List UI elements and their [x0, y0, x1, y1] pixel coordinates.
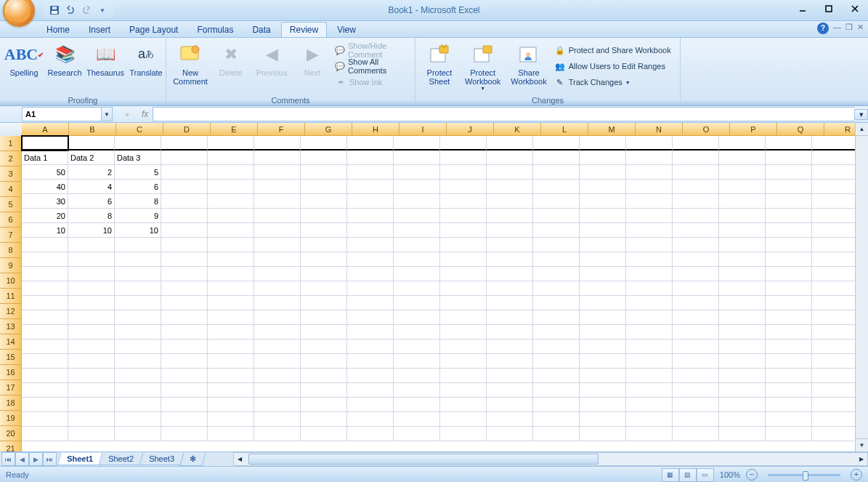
cell-J16[interactable]: [440, 354, 487, 369]
cell-R13[interactable]: [812, 310, 859, 325]
cell-Q16[interactable]: [766, 354, 812, 369]
cell-B15[interactable]: [68, 340, 115, 354]
new-comment-button[interactable]: New Comment: [171, 41, 210, 88]
cell-B4[interactable]: 4: [68, 180, 115, 194]
cell-O12[interactable]: [673, 296, 719, 310]
cell-C4[interactable]: 6: [115, 180, 161, 194]
col-header-P[interactable]: P: [730, 123, 777, 136]
cell-R16[interactable]: [812, 354, 859, 369]
cell-J17[interactable]: [440, 369, 487, 383]
cell-O3[interactable]: [673, 165, 719, 180]
cell-E20[interactable]: [208, 412, 254, 427]
scroll-left-icon[interactable]: ◀: [234, 456, 246, 462]
cell-K14[interactable]: [487, 325, 533, 340]
col-header-Q[interactable]: Q: [777, 123, 824, 136]
cell-E1[interactable]: [208, 136, 254, 150]
cell-A14[interactable]: [22, 325, 68, 340]
cell-M19[interactable]: [580, 398, 626, 412]
cell-R12[interactable]: [812, 296, 859, 310]
cell-F1[interactable]: [254, 136, 301, 150]
cell-H14[interactable]: [347, 325, 394, 340]
cell-C13[interactable]: [115, 310, 161, 325]
cell-O19[interactable]: [673, 398, 719, 412]
cell-J15[interactable]: [440, 340, 487, 354]
cell-P17[interactable]: [719, 369, 766, 383]
cell-A21[interactable]: [22, 427, 68, 441]
cell-P3[interactable]: [719, 165, 766, 180]
cell-R2[interactable]: [812, 150, 859, 165]
cell-Q19[interactable]: [766, 398, 812, 412]
cell-Q15[interactable]: [766, 340, 812, 354]
cell-B2[interactable]: Data 2: [68, 150, 115, 165]
new-sheet-tab[interactable]: ✻: [179, 453, 206, 466]
cell-Q17[interactable]: [766, 369, 812, 383]
cell-M3[interactable]: [580, 165, 626, 180]
cell-F8[interactable]: [254, 238, 301, 252]
zoom-level[interactable]: 100%: [720, 470, 740, 479]
cell-F16[interactable]: [254, 354, 301, 369]
cell-Q9[interactable]: [766, 252, 812, 267]
cell-B8[interactable]: [68, 238, 115, 252]
cell-K7[interactable]: [487, 223, 533, 238]
cell-D12[interactable]: [161, 296, 208, 310]
cell-N14[interactable]: [626, 325, 673, 340]
cell-N17[interactable]: [626, 369, 673, 383]
cell-E5[interactable]: [208, 194, 254, 209]
tab-page-layout[interactable]: Page Layout: [121, 22, 187, 37]
cell-P1[interactable]: [719, 136, 766, 150]
cell-O2[interactable]: [673, 150, 719, 165]
cell-A11[interactable]: [22, 281, 68, 296]
cell-K4[interactable]: [487, 180, 533, 194]
row-header-12[interactable]: 12: [0, 304, 22, 319]
cell-Q1[interactable]: [766, 136, 812, 150]
row-header-5[interactable]: 5: [0, 197, 22, 212]
cell-C18[interactable]: [115, 383, 161, 398]
cell-G21[interactable]: [301, 427, 347, 441]
redo-icon[interactable]: [80, 4, 93, 17]
cell-P8[interactable]: [719, 238, 766, 252]
cell-F15[interactable]: [254, 340, 301, 354]
cell-C20[interactable]: [115, 412, 161, 427]
cell-D1[interactable]: [161, 136, 208, 150]
cell-E15[interactable]: [208, 340, 254, 354]
cell-Q10[interactable]: [766, 267, 812, 281]
cell-K6[interactable]: [487, 209, 533, 223]
cell-G18[interactable]: [301, 383, 347, 398]
cell-J7[interactable]: [440, 223, 487, 238]
cell-P5[interactable]: [719, 194, 766, 209]
cell-J4[interactable]: [440, 180, 487, 194]
cell-O4[interactable]: [673, 180, 719, 194]
maximize-button[interactable]: [819, 1, 839, 16]
zoom-out-button[interactable]: −: [746, 469, 758, 481]
cell-H1[interactable]: [347, 136, 394, 150]
cell-D10[interactable]: [161, 267, 208, 281]
zoom-in-button[interactable]: +: [851, 469, 862, 481]
cell-A12[interactable]: [22, 296, 68, 310]
cell-J11[interactable]: [440, 281, 487, 296]
cell-C11[interactable]: [115, 281, 161, 296]
row-header-20[interactable]: 20: [0, 426, 22, 441]
col-header-L[interactable]: L: [541, 123, 588, 136]
cell-N19[interactable]: [626, 398, 673, 412]
cell-F17[interactable]: [254, 369, 301, 383]
cell-H12[interactable]: [347, 296, 394, 310]
cell-P6[interactable]: [719, 209, 766, 223]
cell-P11[interactable]: [719, 281, 766, 296]
cell-E10[interactable]: [208, 267, 254, 281]
cell-L8[interactable]: [533, 238, 580, 252]
cell-I16[interactable]: [394, 354, 440, 369]
cell-M21[interactable]: [580, 427, 626, 441]
cell-B18[interactable]: [68, 383, 115, 398]
cell-R19[interactable]: [812, 398, 859, 412]
cell-R1[interactable]: [812, 136, 859, 150]
cell-R10[interactable]: [812, 267, 859, 281]
cell-J2[interactable]: [440, 150, 487, 165]
cell-G19[interactable]: [301, 398, 347, 412]
cell-A16[interactable]: [22, 354, 68, 369]
row-header-11[interactable]: 11: [0, 289, 22, 304]
tab-review[interactable]: Review: [281, 22, 327, 37]
cell-R14[interactable]: [812, 325, 859, 340]
cell-O21[interactable]: [673, 427, 719, 441]
scroll-right-icon[interactable]: ▶: [855, 456, 867, 462]
col-header-E[interactable]: E: [211, 123, 258, 136]
